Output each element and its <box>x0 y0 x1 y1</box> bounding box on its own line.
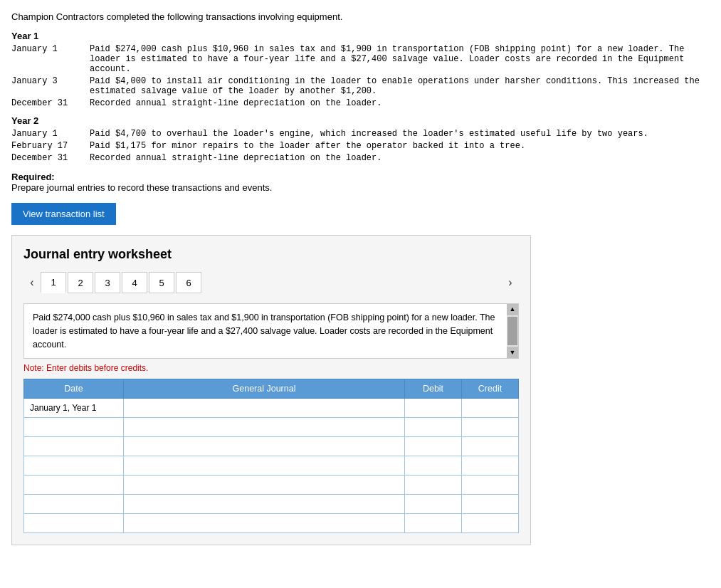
table-header-row: Date General Journal Debit Credit <box>24 379 519 399</box>
tab-6[interactable]: 6 <box>176 272 201 293</box>
row1-debit-input[interactable] <box>408 400 458 416</box>
row2-credit-input[interactable] <box>465 419 515 435</box>
table-row: January 1, Year 1 <box>24 399 519 418</box>
row2-debit-cell[interactable] <box>405 418 462 437</box>
journal-table: Date General Journal Debit Credit Januar… <box>23 379 519 533</box>
row3-debit-input[interactable] <box>408 439 458 454</box>
row6-journal-input[interactable] <box>127 496 401 512</box>
row1-credit-cell[interactable] <box>462 399 519 418</box>
row1-debit-cell[interactable] <box>405 399 462 418</box>
row3-credit-cell[interactable] <box>462 437 519 456</box>
row1-date-cell: January 1, Year 1 <box>24 399 124 418</box>
year1-tx1-desc: Paid $274,000 cash plus $10,960 in sales… <box>90 44 710 74</box>
scroll-thumb[interactable] <box>507 317 517 345</box>
row3-debit-cell[interactable] <box>405 437 462 456</box>
year2-label: Year 2 <box>11 115 710 126</box>
year1-tx3-date: December 31 <box>11 98 90 108</box>
year1-tx2: January 3 Paid $4,000 to install air con… <box>11 76 710 96</box>
year2-tx2-date: February 17 <box>11 141 90 151</box>
view-transaction-list-button[interactable]: View transaction list <box>11 203 116 225</box>
year2-section: Year 2 January 1 Paid $4,700 to overhaul… <box>11 115 710 163</box>
row5-credit-cell[interactable] <box>462 476 519 495</box>
row1-credit-input[interactable] <box>465 400 515 416</box>
row7-credit-input[interactable] <box>465 515 515 531</box>
tab-next-button[interactable]: › <box>502 272 519 293</box>
row7-date-cell <box>24 514 124 533</box>
row4-credit-cell[interactable] <box>462 456 519 476</box>
row4-credit-input[interactable] <box>465 458 515 473</box>
row4-journal-input[interactable] <box>127 458 401 473</box>
col-header-credit: Credit <box>462 379 519 399</box>
row5-debit-input[interactable] <box>408 477 458 493</box>
row2-debit-input[interactable] <box>408 419 458 435</box>
row6-credit-cell[interactable] <box>462 495 519 514</box>
tab-1[interactable]: 1 <box>41 272 66 293</box>
row7-journal-cell[interactable] <box>124 514 405 533</box>
row7-debit-cell[interactable] <box>405 514 462 533</box>
year2-tx3-date: December 31 <box>11 153 90 163</box>
tabs-row: ‹ 1 2 3 4 5 6 › <box>23 272 519 293</box>
row3-date-cell <box>24 437 124 456</box>
required-label: Required: <box>11 172 710 182</box>
year2-tx1: January 1 Paid $4,700 to overhaul the lo… <box>11 129 710 139</box>
transaction-description-box: Paid $274,000 cash plus $10,960 in sales… <box>23 303 519 359</box>
transaction-description-text: Paid $274,000 cash plus $10,960 in sales… <box>33 313 495 350</box>
tab-5[interactable]: 5 <box>149 272 174 293</box>
row5-date-cell <box>24 476 124 495</box>
table-row <box>24 437 519 456</box>
row6-debit-cell[interactable] <box>405 495 462 514</box>
worksheet-title: Journal entry worksheet <box>23 247 519 262</box>
intro-text: Champion Contractors completed the follo… <box>11 11 710 22</box>
table-row <box>24 514 519 533</box>
row1-journal-cell[interactable] <box>124 399 405 418</box>
col-header-journal: General Journal <box>124 379 405 399</box>
row6-credit-input[interactable] <box>465 496 515 512</box>
year2-tx2-desc: Paid $1,175 for minor repairs to the loa… <box>90 141 710 151</box>
year1-tx2-date: January 3 <box>11 76 90 96</box>
row5-credit-input[interactable] <box>465 477 515 493</box>
row3-journal-cell[interactable] <box>124 437 405 456</box>
journal-entry-worksheet: Journal entry worksheet ‹ 1 2 3 4 5 6 › … <box>11 235 531 545</box>
row2-date-cell <box>24 418 124 437</box>
year1-tx2-desc: Paid $4,000 to install air conditioning … <box>90 76 710 96</box>
year2-tx1-date: January 1 <box>11 129 90 139</box>
row1-journal-input[interactable] <box>127 400 401 416</box>
tab-prev-button[interactable]: ‹ <box>23 272 41 293</box>
row2-journal-input[interactable] <box>127 419 401 435</box>
table-row <box>24 495 519 514</box>
row4-debit-input[interactable] <box>408 458 458 473</box>
row6-debit-input[interactable] <box>408 496 458 512</box>
row7-credit-cell[interactable] <box>462 514 519 533</box>
tab-2[interactable]: 2 <box>68 272 93 293</box>
tab-3[interactable]: 3 <box>95 272 120 293</box>
scroll-up-button[interactable]: ▲ <box>507 304 518 315</box>
scroll-down-button[interactable]: ▼ <box>507 347 518 358</box>
row3-credit-input[interactable] <box>465 439 515 454</box>
col-header-debit: Debit <box>405 379 462 399</box>
tab-4[interactable]: 4 <box>122 272 147 293</box>
year1-label: Year 1 <box>11 31 710 41</box>
row5-debit-cell[interactable] <box>405 476 462 495</box>
row4-debit-cell[interactable] <box>405 456 462 476</box>
row7-debit-input[interactable] <box>408 515 458 531</box>
row2-journal-cell[interactable] <box>124 418 405 437</box>
table-row <box>24 418 519 437</box>
row6-journal-cell[interactable] <box>124 495 405 514</box>
year1-section: Year 1 January 1 Paid $274,000 cash plus… <box>11 31 710 108</box>
year1-tx1-date: January 1 <box>11 44 90 74</box>
note-text: Note: Enter debits before credits. <box>23 363 519 373</box>
row6-date-cell <box>24 495 124 514</box>
row4-journal-cell[interactable] <box>124 456 405 476</box>
scrollbar[interactable]: ▲ ▼ <box>507 304 518 358</box>
year2-tx3: December 31 Recorded annual straight-lin… <box>11 153 710 163</box>
row2-credit-cell[interactable] <box>462 418 519 437</box>
row7-journal-input[interactable] <box>127 515 401 531</box>
row4-date-cell <box>24 456 124 476</box>
year1-tx1: January 1 Paid $274,000 cash plus $10,96… <box>11 44 710 74</box>
row3-journal-input[interactable] <box>127 439 401 454</box>
row5-journal-cell[interactable] <box>124 476 405 495</box>
row5-journal-input[interactable] <box>127 477 401 493</box>
year2-tx3-desc: Recorded annual straight-line depreciati… <box>90 153 710 163</box>
required-section: Required: Prepare journal entries to rec… <box>11 172 710 193</box>
year2-tx1-desc: Paid $4,700 to overhaul the loader's eng… <box>90 129 710 139</box>
